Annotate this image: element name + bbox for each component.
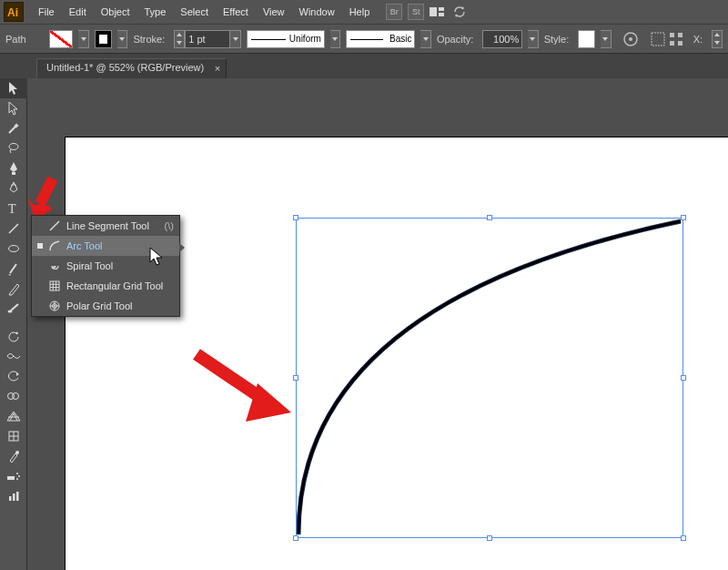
tool-panel: T: [0, 78, 27, 570]
app-logo-icon: Ai: [4, 2, 24, 22]
pen-tool[interactable]: [0, 158, 27, 178]
line-segment-tool[interactable]: [0, 219, 27, 239]
brush-label: Basic: [389, 34, 411, 44]
flyout-label-spiral: Spiral Tool: [66, 260, 113, 271]
shape-builder-tool[interactable]: [0, 386, 27, 406]
opacity-input[interactable]: [482, 30, 522, 48]
flyout-item-line-segment[interactable]: Line Segment Tool (\): [32, 216, 179, 236]
flyout-item-spiral[interactable]: Spiral Tool: [32, 256, 179, 276]
column-graph-tool[interactable]: [0, 486, 27, 506]
flyout-kb-line: (\): [165, 220, 174, 231]
stroke-label: Stroke:: [133, 34, 165, 45]
handle-e[interactable]: [681, 375, 686, 381]
flyout-label-polar-grid: Polar Grid Tool: [66, 300, 133, 311]
menu-help[interactable]: Help: [342, 4, 378, 20]
svg-point-11: [9, 144, 18, 150]
svg-rect-21: [7, 476, 15, 480]
svg-rect-10: [678, 41, 682, 46]
variable-width-dropdown[interactable]: [330, 30, 340, 48]
curvature-tool[interactable]: [0, 178, 27, 198]
mesh-tool[interactable]: [0, 426, 27, 446]
selection-tool[interactable]: [0, 78, 27, 98]
handle-nw[interactable]: [293, 215, 298, 220]
graphic-style-dropdown[interactable]: [601, 30, 611, 48]
flyout-item-arc[interactable]: Arc Tool: [32, 236, 179, 256]
menu-view[interactable]: View: [256, 4, 292, 20]
flyout-tearoff-icon[interactable]: [179, 243, 185, 252]
svg-rect-9: [670, 41, 674, 46]
spiral-icon: [48, 260, 61, 272]
arrange-icon[interactable]: [430, 4, 446, 20]
recolor-icon[interactable]: [622, 31, 639, 47]
align-icon[interactable]: [650, 31, 666, 47]
menu-right-icons: Br St: [386, 4, 468, 20]
brush-dropdown[interactable]: [420, 30, 430, 48]
rect-grid-icon: [48, 280, 61, 292]
lasso-tool[interactable]: [0, 138, 27, 158]
svg-point-5: [629, 37, 632, 41]
flyout-item-rect-grid[interactable]: Rectangular Grid Tool: [32, 276, 179, 296]
flyout-item-polar-grid[interactable]: Polar Grid Tool: [32, 296, 179, 316]
x-input[interactable]: [712, 30, 723, 48]
blob-brush-tool[interactable]: [0, 299, 27, 319]
svg-rect-3: [439, 13, 444, 16]
handle-se[interactable]: [681, 535, 686, 541]
svg-point-15: [9, 246, 19, 252]
svg-line-29: [50, 221, 59, 230]
stroke-swatch[interactable]: [95, 30, 112, 48]
arc-icon: [48, 239, 61, 252]
menu-file[interactable]: File: [31, 4, 62, 20]
menu-select[interactable]: Select: [173, 4, 216, 20]
handle-sw[interactable]: [293, 535, 298, 541]
stroke-weight-dropdown[interactable]: [230, 30, 241, 48]
opacity-dropdown[interactable]: [528, 30, 538, 48]
symbol-sprayer-tool[interactable]: [0, 466, 27, 486]
brush-definition[interactable]: Basic: [346, 30, 415, 48]
fill-swatch[interactable]: [49, 30, 74, 48]
svg-line-14: [9, 224, 18, 233]
perspective-grid-tool[interactable]: [0, 406, 27, 426]
stroke-weight-input[interactable]: 1 pt: [174, 30, 241, 48]
menu-object[interactable]: Object: [94, 4, 137, 20]
svg-point-18: [13, 393, 19, 400]
canvas[interactable]: [27, 78, 728, 570]
svg-point-24: [16, 478, 18, 480]
pencil-tool[interactable]: [0, 279, 27, 299]
svg-rect-2: [439, 7, 444, 11]
handle-s[interactable]: [487, 535, 492, 541]
rotate-tool[interactable]: [0, 326, 27, 346]
svg-rect-12: [12, 172, 15, 175]
width-tool[interactable]: [0, 346, 27, 366]
svg-rect-27: [16, 492, 19, 501]
type-tool[interactable]: T: [0, 198, 27, 219]
stroke-dropdown[interactable]: [117, 30, 127, 48]
variable-width-profile[interactable]: Uniform: [247, 30, 325, 48]
paintbrush-tool[interactable]: [0, 259, 27, 279]
direct-selection-tool[interactable]: [0, 98, 27, 118]
menu-effect[interactable]: Effect: [216, 4, 256, 20]
handle-ne[interactable]: [681, 215, 686, 220]
bridge-icon[interactable]: Br: [386, 4, 402, 20]
document-tab[interactable]: Untitled-1* @ 552% (RGB/Preview) ×: [36, 58, 227, 78]
handle-w[interactable]: [293, 375, 298, 381]
transform-icon[interactable]: [668, 31, 684, 47]
stock-icon[interactable]: St: [408, 4, 424, 20]
selection-type-label: Path: [5, 34, 40, 45]
stroke-weight-value: 1 pt: [188, 34, 205, 45]
eyedropper-tool[interactable]: [0, 446, 27, 466]
handle-n[interactable]: [487, 215, 492, 220]
rectangle-tool[interactable]: [0, 239, 27, 259]
tab-close-icon[interactable]: ×: [215, 63, 220, 74]
magic-wand-tool[interactable]: [0, 118, 27, 138]
variable-width-label: Uniform: [289, 34, 321, 44]
menu-edit[interactable]: Edit: [62, 4, 94, 20]
polar-grid-icon: [48, 300, 61, 312]
fill-dropdown[interactable]: [78, 30, 88, 48]
flyout-label-line: Line Segment Tool: [66, 220, 149, 231]
sync-icon[interactable]: [451, 4, 468, 20]
menu-window[interactable]: Window: [292, 4, 342, 20]
free-transform-tool[interactable]: [0, 366, 27, 386]
menu-type[interactable]: Type: [137, 4, 174, 20]
graphic-style-swatch[interactable]: [578, 30, 595, 48]
document-tab-bar: Untitled-1* @ 552% (RGB/Preview) ×: [0, 53, 728, 78]
